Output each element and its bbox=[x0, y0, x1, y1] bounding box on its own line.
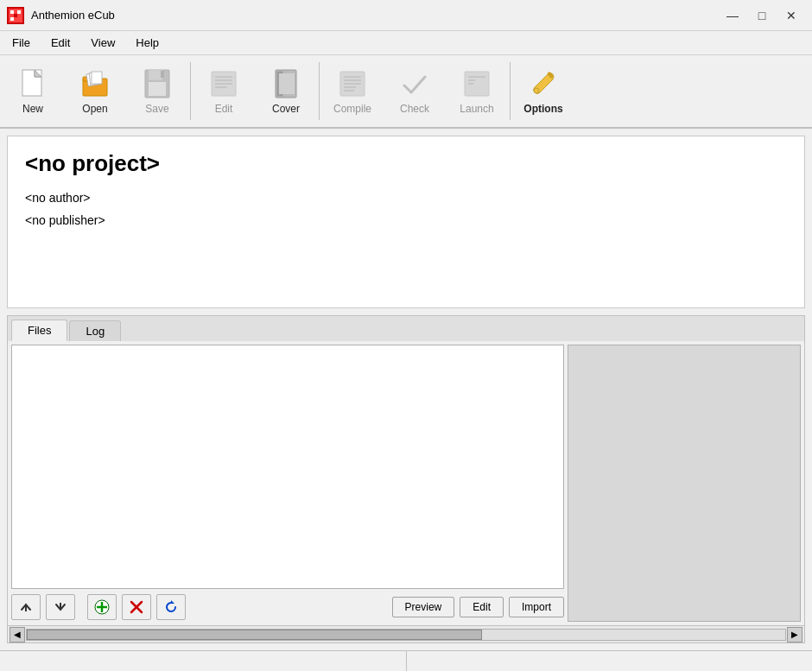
compile-button[interactable]: Compile bbox=[321, 59, 384, 123]
menu-file[interactable]: File bbox=[3, 35, 39, 51]
svg-rect-14 bbox=[92, 72, 102, 84]
options-button[interactable]: Options bbox=[512, 59, 574, 123]
move-down-icon bbox=[53, 599, 68, 615]
new-label: New bbox=[22, 103, 43, 115]
cover-label: Cover bbox=[272, 103, 300, 115]
new-button[interactable]: New bbox=[2, 59, 64, 123]
check-label: Check bbox=[400, 103, 429, 115]
compile-icon bbox=[337, 68, 368, 99]
remove-icon bbox=[129, 599, 144, 615]
file-actions: Preview Edit Import bbox=[11, 592, 564, 622]
tabs: Files Log bbox=[8, 316, 804, 341]
cover-button[interactable]: Cover bbox=[255, 59, 317, 123]
tab-files[interactable]: Files bbox=[11, 320, 67, 341]
svg-rect-17 bbox=[149, 82, 166, 96]
file-list[interactable] bbox=[11, 345, 564, 589]
options-label: Options bbox=[523, 103, 562, 115]
move-down-button[interactable] bbox=[46, 594, 75, 620]
toolbar-sep-1 bbox=[190, 62, 191, 120]
menu-bar: File Edit View Help bbox=[0, 31, 812, 55]
import-button[interactable]: Import bbox=[509, 597, 564, 617]
file-list-container: Preview Edit Import bbox=[11, 345, 564, 622]
project-title: <no project> bbox=[25, 150, 787, 177]
launch-icon bbox=[461, 68, 492, 99]
preview-scroll[interactable] bbox=[568, 345, 800, 621]
project-publisher: <no publisher> bbox=[25, 213, 787, 227]
minimize-button[interactable]: — bbox=[719, 5, 746, 26]
edit-file-button[interactable]: Edit bbox=[460, 597, 504, 617]
window-controls: — □ ✕ bbox=[719, 5, 805, 26]
close-button[interactable]: ✕ bbox=[777, 5, 805, 26]
add-button[interactable] bbox=[87, 594, 117, 620]
files-area: Preview Edit Import bbox=[8, 341, 804, 625]
main-area: <no project> <no author> <no publisher> … bbox=[0, 129, 812, 650]
scroll-thumb[interactable] bbox=[27, 630, 482, 640]
compile-label: Compile bbox=[333, 103, 371, 115]
project-author: <no author> bbox=[25, 191, 787, 205]
status-right bbox=[407, 651, 813, 671]
scroll-left-button[interactable]: ◀ bbox=[10, 627, 25, 643]
check-button[interactable]: Check bbox=[384, 59, 446, 123]
app-icon bbox=[7, 7, 24, 24]
svg-rect-18 bbox=[161, 71, 164, 78]
check-icon bbox=[399, 68, 430, 99]
cover-icon bbox=[270, 68, 301, 99]
menu-edit[interactable]: Edit bbox=[42, 35, 79, 51]
svg-point-37 bbox=[534, 88, 539, 93]
svg-rect-3 bbox=[17, 10, 21, 14]
menu-help[interactable]: Help bbox=[127, 35, 168, 51]
save-icon bbox=[142, 68, 173, 99]
open-button[interactable]: Open bbox=[64, 59, 126, 123]
move-up-button[interactable] bbox=[11, 594, 41, 620]
refresh-icon bbox=[163, 599, 179, 615]
remove-button[interactable] bbox=[122, 594, 151, 620]
preview-button[interactable]: Preview bbox=[392, 597, 455, 617]
refresh-button[interactable] bbox=[156, 594, 186, 620]
horizontal-scrollbar: ◀ ▶ bbox=[8, 625, 804, 643]
svg-marker-46 bbox=[171, 600, 174, 604]
scroll-track[interactable] bbox=[26, 629, 786, 641]
options-icon bbox=[528, 68, 559, 99]
status-left bbox=[0, 651, 407, 671]
open-label: Open bbox=[82, 103, 107, 115]
launch-label: Launch bbox=[460, 103, 493, 115]
svg-rect-16 bbox=[149, 70, 162, 80]
launch-button[interactable]: Launch bbox=[446, 59, 508, 123]
svg-rect-5 bbox=[14, 14, 17, 17]
project-panel: <no project> <no author> <no publisher> bbox=[7, 136, 805, 308]
status-bar bbox=[0, 650, 812, 671]
toolbar: New Open Save bbox=[0, 55, 812, 129]
save-button[interactable]: Save bbox=[126, 59, 188, 123]
move-up-icon bbox=[18, 599, 34, 615]
bottom-section: Files Log bbox=[7, 315, 805, 643]
toolbar-sep-3 bbox=[510, 62, 511, 120]
toolbar-sep-2 bbox=[319, 62, 320, 120]
save-label: Save bbox=[145, 103, 168, 115]
svg-rect-4 bbox=[10, 17, 14, 21]
title-bar: Anthemion eCub — □ ✕ bbox=[0, 0, 812, 31]
menu-view[interactable]: View bbox=[82, 35, 124, 51]
new-icon bbox=[17, 68, 48, 99]
scroll-right-button[interactable]: ▶ bbox=[787, 627, 802, 643]
svg-rect-26 bbox=[279, 73, 295, 94]
edit-button[interactable]: Edit bbox=[193, 59, 255, 123]
title-bar-left: Anthemion eCub bbox=[7, 7, 115, 24]
open-icon bbox=[79, 68, 111, 99]
edit-label: Edit bbox=[215, 103, 233, 115]
svg-rect-2 bbox=[10, 10, 14, 14]
window-title: Anthemion eCub bbox=[31, 9, 115, 22]
maximize-button[interactable]: □ bbox=[748, 5, 776, 26]
preview-panel bbox=[568, 345, 801, 622]
edit-icon bbox=[208, 68, 239, 99]
add-icon bbox=[94, 599, 110, 615]
tab-log[interactable]: Log bbox=[69, 320, 121, 341]
